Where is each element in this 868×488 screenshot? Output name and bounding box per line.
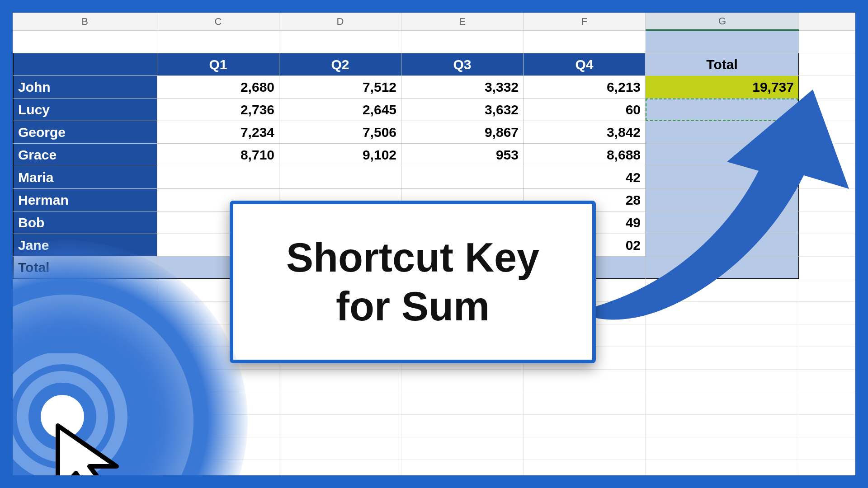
cell-q4[interactable]: 6,213 bbox=[524, 76, 646, 99]
cell-q3[interactable]: 3,332 bbox=[401, 76, 524, 99]
cell-q1[interactable]: 8,710 bbox=[157, 144, 279, 166]
cell[interactable] bbox=[401, 460, 524, 483]
cell-total[interactable] bbox=[646, 121, 799, 144]
cell[interactable] bbox=[401, 31, 524, 53]
cell[interactable] bbox=[799, 211, 855, 234]
cell-q4[interactable]: 3,842 bbox=[524, 121, 646, 144]
cell-q1[interactable]: 2,736 bbox=[157, 99, 279, 121]
cell[interactable] bbox=[646, 370, 799, 392]
cell[interactable] bbox=[524, 370, 646, 392]
cell[interactable] bbox=[279, 460, 401, 483]
cell[interactable] bbox=[799, 234, 855, 257]
row-label[interactable]: John bbox=[13, 76, 157, 99]
cell-q3[interactable] bbox=[401, 166, 524, 189]
corner-cell[interactable] bbox=[13, 53, 157, 76]
cell-total-selected[interactable] bbox=[646, 99, 799, 121]
cell-q4[interactable]: 60 bbox=[524, 99, 646, 121]
cell[interactable] bbox=[799, 53, 855, 76]
cell[interactable] bbox=[646, 415, 799, 437]
fill-handle[interactable] bbox=[797, 119, 800, 122]
row-label[interactable]: Grace bbox=[13, 144, 157, 166]
row-label[interactable]: George bbox=[13, 121, 157, 144]
cell-q2[interactable]: 9,102 bbox=[279, 144, 401, 166]
cell[interactable] bbox=[646, 31, 799, 53]
col-header-F[interactable]: F bbox=[524, 13, 646, 31]
cell[interactable] bbox=[646, 347, 799, 370]
cell[interactable] bbox=[646, 392, 799, 415]
cell-q2[interactable] bbox=[279, 166, 401, 189]
row-label[interactable]: Bob bbox=[13, 211, 157, 234]
cell[interactable] bbox=[157, 31, 279, 53]
cell[interactable] bbox=[799, 31, 855, 53]
cell[interactable] bbox=[799, 370, 855, 392]
cell[interactable] bbox=[401, 392, 524, 415]
cell[interactable] bbox=[524, 392, 646, 415]
cell-total-highlight[interactable]: 19,737 bbox=[646, 76, 799, 99]
cell[interactable] bbox=[401, 415, 524, 437]
cell[interactable] bbox=[799, 302, 855, 324]
cell-q3[interactable]: 9,867 bbox=[401, 121, 524, 144]
col-header-G[interactable]: G bbox=[646, 13, 799, 31]
cell-total[interactable] bbox=[646, 211, 799, 234]
total-cell[interactable] bbox=[646, 257, 799, 279]
col-header-D[interactable]: D bbox=[279, 13, 401, 31]
header-q2[interactable]: Q2 bbox=[279, 53, 401, 76]
cell[interactable] bbox=[799, 121, 855, 144]
cell[interactable] bbox=[799, 392, 855, 415]
col-header-C[interactable]: C bbox=[157, 13, 279, 31]
cell[interactable] bbox=[279, 415, 401, 437]
header-q1[interactable]: Q1 bbox=[157, 53, 279, 76]
row-label[interactable]: Lucy bbox=[13, 99, 157, 121]
cell-total[interactable] bbox=[646, 166, 799, 189]
cell-q4[interactable]: 8,688 bbox=[524, 144, 646, 166]
cell[interactable] bbox=[646, 460, 799, 483]
cell[interactable] bbox=[524, 460, 646, 483]
cell[interactable] bbox=[799, 460, 855, 483]
cell-q2[interactable]: 7,512 bbox=[279, 76, 401, 99]
cell-total[interactable] bbox=[646, 189, 799, 211]
row-label[interactable]: Herman bbox=[13, 189, 157, 211]
cell-q1[interactable]: 2,680 bbox=[157, 76, 279, 99]
cell-q1[interactable]: 7,234 bbox=[157, 121, 279, 144]
header-q3[interactable]: Q3 bbox=[401, 53, 524, 76]
cell[interactable] bbox=[524, 415, 646, 437]
cell[interactable] bbox=[799, 415, 855, 437]
cell[interactable] bbox=[279, 31, 401, 53]
cell[interactable] bbox=[13, 31, 157, 53]
cell[interactable] bbox=[279, 437, 401, 460]
cell[interactable] bbox=[401, 370, 524, 392]
cell-q2[interactable]: 7,506 bbox=[279, 121, 401, 144]
cell-q3[interactable]: 3,632 bbox=[401, 99, 524, 121]
header-total[interactable]: Total bbox=[646, 53, 799, 76]
cell-total[interactable] bbox=[646, 144, 799, 166]
cell[interactable] bbox=[646, 279, 799, 302]
header-q4[interactable]: Q4 bbox=[524, 53, 646, 76]
cell[interactable] bbox=[799, 257, 855, 279]
column-headers[interactable]: B C D E F G bbox=[13, 13, 855, 31]
cell[interactable] bbox=[401, 437, 524, 460]
cell[interactable] bbox=[799, 437, 855, 460]
row-label[interactable]: Maria bbox=[13, 166, 157, 189]
cell[interactable] bbox=[279, 370, 401, 392]
cell[interactable] bbox=[799, 189, 855, 211]
cell-q4[interactable]: 42 bbox=[524, 166, 646, 189]
cell[interactable] bbox=[799, 324, 855, 347]
cell-q1[interactable] bbox=[157, 166, 279, 189]
cell-q3[interactable]: 953 bbox=[401, 144, 524, 166]
cell[interactable] bbox=[279, 392, 401, 415]
cell[interactable] bbox=[524, 437, 646, 460]
cell[interactable] bbox=[524, 31, 646, 53]
cell[interactable] bbox=[646, 324, 799, 347]
cell[interactable] bbox=[799, 144, 855, 166]
cell[interactable] bbox=[799, 347, 855, 370]
cell[interactable] bbox=[799, 166, 855, 189]
cell[interactable] bbox=[646, 302, 799, 324]
col-header-B[interactable]: B bbox=[13, 13, 157, 31]
col-header-E[interactable]: E bbox=[401, 13, 524, 31]
cell-q2[interactable]: 2,645 bbox=[279, 99, 401, 121]
cell[interactable] bbox=[799, 279, 855, 302]
cell-total[interactable] bbox=[646, 234, 799, 257]
cell[interactable] bbox=[799, 99, 855, 121]
cell[interactable] bbox=[646, 437, 799, 460]
cell[interactable] bbox=[799, 76, 855, 99]
